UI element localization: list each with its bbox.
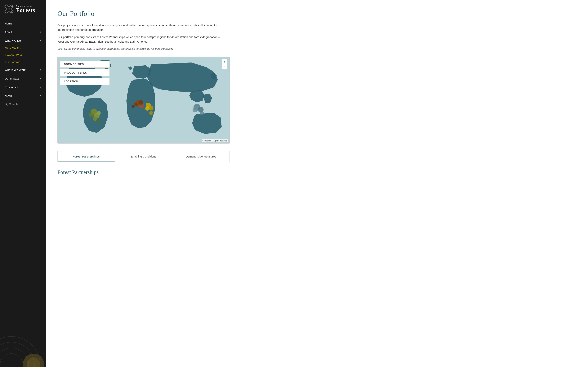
chevron-icon: ▼ [39,40,41,42]
chevron-icon: ▼ [39,86,41,88]
svg-point-24 [149,106,154,110]
sidebar-item-what-we-do-label: What We Do [5,39,21,42]
svg-point-17 [97,111,101,115]
main-content: Our Portfolio Our projects work across a… [46,0,588,367]
intro-paragraph-2: Our portfolio primarily consists of Fore… [57,35,226,44]
logo-area[interactable]: Partnerships for Forests [0,0,46,17]
sidebar-item-our-impact-label: Our Impact [5,77,19,80]
svg-point-16 [89,113,93,117]
sidebar-subitem-what-we-do[interactable]: What We Do [0,45,46,52]
svg-point-25 [145,107,149,111]
portfolio-map[interactable]: COMMODITIES PROJECT TYPES LOCATION + − ©… [57,57,230,143]
svg-point-26 [149,111,153,115]
sidebar-item-home-label: Home [5,22,12,25]
chevron-icon: ▼ [39,69,41,71]
search-icon [5,103,8,106]
search-area[interactable]: Search [0,100,46,108]
sidebar-item-our-impact[interactable]: Our Impact ▼ [0,74,46,83]
map-attribution: © Mapbox © OpenStreetMap [202,139,228,142]
commodities-filter-button[interactable]: COMMODITIES [60,61,110,68]
chevron-icon: ▼ [39,31,41,33]
sidebar-item-news[interactable]: News ▼ [0,91,46,100]
logo-text: Partnerships for Forests [16,5,35,13]
search-label: Search [9,103,17,106]
sidebar-decorative-rings [0,329,46,367]
sidebar-item-what-we-do[interactable]: What We Do ▼ [0,36,46,45]
sidebar-item-where-we-work[interactable]: Where We Work ▼ [0,66,46,74]
logo-icon [4,4,14,14]
page-title: Our Portfolio [57,9,577,17]
svg-line-6 [7,105,8,106]
sidebar-nav: Home About ▼ What We Do ▼ What We Do How… [0,17,46,329]
intro-paragraph-1: Our projects work across all forest land… [57,23,226,32]
chevron-icon: ▼ [39,77,41,80]
tab-forest-partnerships[interactable]: Forest Partnerships [58,151,115,162]
sidebar-item-where-we-work-label: Where We Work [5,68,26,72]
svg-point-18 [93,117,97,121]
logo-forests: Forests [16,7,35,13]
zoom-in-button[interactable]: + [222,59,227,64]
tab-demand-side-measures[interactable]: Demand-side Measures [172,151,230,162]
section-title: Forest Partnerships [57,169,577,175]
sidebar-item-home[interactable]: Home [0,19,46,28]
map-zoom-controls: + − [222,59,227,69]
svg-point-19 [97,119,101,123]
portfolio-tab-bar: Forest Partnerships Enabling Conditions … [57,151,230,162]
sidebar-subitem-our-portfolio[interactable]: Our Portfolio [0,59,46,66]
zoom-out-button[interactable]: − [222,64,227,69]
intro-italic: Click on the commodity icons to discover… [57,47,226,51]
svg-point-10 [0,354,23,367]
sidebar-item-news-label: News [5,94,12,97]
map-filters: COMMODITIES PROJECT TYPES LOCATION [60,61,110,85]
location-filter-button[interactable]: LOCATION [60,78,110,85]
sidebar-item-resources-label: Resources [5,85,18,89]
svg-point-31 [134,103,138,106]
svg-point-30 [200,111,204,115]
svg-point-32 [131,105,135,108]
svg-point-29 [192,107,198,112]
sidebar-subitem-how-we-work[interactable]: How We Work [0,52,46,59]
sidebar: Partnerships for Forests Home About ▼ Wh… [0,0,46,367]
tab-enabling-conditions[interactable]: Enabling Conditions [115,151,173,162]
project-types-filter-button[interactable]: PROJECT TYPES [60,69,110,76]
svg-point-5 [5,103,7,105]
sidebar-item-about[interactable]: About ▼ [0,28,46,36]
svg-point-22 [138,100,143,105]
sidebar-item-about-label: About [5,30,12,34]
sidebar-item-resources[interactable]: Resources ▼ [0,83,46,91]
chevron-icon: ▼ [39,95,41,97]
